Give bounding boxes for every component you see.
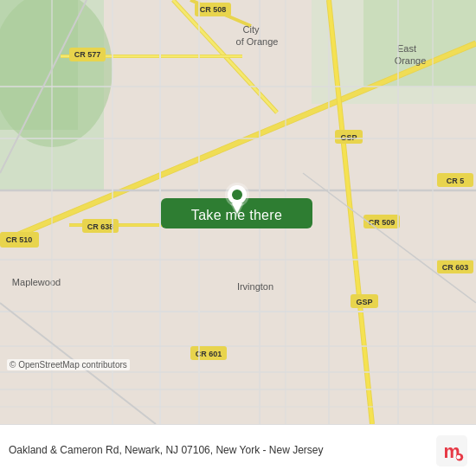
osm-credit-text: © OpenStreetMap contributors — [10, 360, 127, 370]
address-text: Oakland & Cameron Rd, Newark, NJ 07106, … — [9, 443, 429, 458]
svg-text:Irvington: Irvington — [237, 281, 273, 292]
svg-text:East: East — [397, 43, 416, 54]
svg-text:of Orange: of Orange — [236, 36, 279, 47]
osm-credit: © OpenStreetMap contributors — [7, 359, 130, 370]
svg-rect-5 — [363, 0, 476, 87]
svg-text:Maplewood: Maplewood — [12, 277, 61, 287]
moovit-logo: m — [429, 435, 467, 466]
svg-text:CR 5: CR 5 — [447, 177, 465, 185]
svg-text:CR 508: CR 508 — [200, 5, 227, 14]
map-container: CR 510 CR 577 CR 508 CR 638 GSP GSP CR 5… — [0, 0, 476, 424]
bottom-bar: Oakland & Cameron Rd, Newark, NJ 07106, … — [0, 424, 476, 476]
map-pin-icon — [223, 183, 251, 221]
svg-text:City: City — [243, 24, 260, 35]
svg-text:CR 638: CR 638 — [87, 222, 114, 231]
svg-point-72 — [456, 454, 460, 459]
svg-text:GSP: GSP — [356, 298, 372, 306]
svg-text:CR 510: CR 510 — [6, 235, 33, 244]
svg-text:GSP: GSP — [340, 133, 357, 142]
svg-point-66 — [232, 190, 242, 200]
svg-text:Orange: Orange — [395, 55, 427, 66]
svg-text:CR 577: CR 577 — [74, 50, 101, 59]
take-me-there-button[interactable]: Take me there — [161, 198, 312, 228]
svg-text:CR 603: CR 603 — [442, 263, 469, 272]
